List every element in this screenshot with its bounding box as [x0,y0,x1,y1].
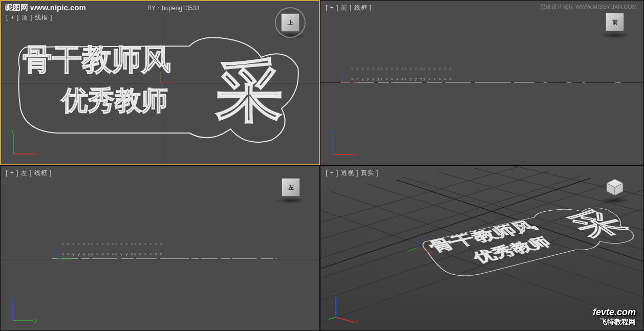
viewcube-face[interactable]: 上 [281,13,299,32]
axis-gizmo-top: x y [9,127,40,158]
world-axis-top [149,72,180,102]
viewport-label-left[interactable]: [ + ] 左 ] 线框 ] [6,169,52,178]
logo-line1: fevte.com [593,307,636,318]
viewport-label-top[interactable]: [ + ] 顶 ] 线框 ] [6,13,52,22]
bottom-logo: fevte.com 飞特教程网 [593,307,636,327]
svg-text:x: x [354,151,357,157]
spline-edges-front [341,80,633,85]
svg-line-38 [336,317,354,322]
object-markers-front-z: z z z z z zz z z z zz z z zz z z z z z [351,66,628,71]
svg-line-36 [407,248,418,253]
viewport-front[interactable]: [ + ] 前 ] 线框 ] z z z z z zz z z z zz z z… [320,0,644,165]
svg-line-35 [418,248,433,254]
forum-watermark: 思缘设计论坛 WWW.MISSYUAN.COM [540,3,637,11]
viewcube-iso-icon [605,177,625,197]
svg-text:z: z [334,294,336,298]
viewport-label-persp[interactable]: [ + ] 透视 ] 真实 ] [326,169,378,178]
scene-text-big: 采 [216,47,283,137]
viewport-top[interactable]: [ + ] 顶 ] 线框 ] 骨干教师风 采 优秀教师 x y [0,0,320,165]
svg-line-40 [329,317,336,321]
svg-text:y: y [11,128,14,134]
viewport-grid: [ + ] 顶 ] 线框 ] 骨干教师风 采 优秀教师 x y [0,0,644,331]
author-watermark: BY：hupeng13533 [147,4,199,13]
site-watermark: 昵图网 www.nipic.com [5,3,86,13]
scene-text-line1: 骨干教师风 [23,40,171,80]
viewcube-face[interactable]: 前 [606,13,624,31]
object-markers-left-z: z z z z z zz z z z zz z z zz z z z z z [62,241,277,246]
viewcube-shadow [599,32,630,38]
viewport-perspective[interactable]: [ + ] 透视 ] 真实 ] [320,165,644,331]
viewcube-face[interactable]: 左 [282,178,300,196]
viewcube-shadow [275,197,306,204]
logo-line2: 飞特教程网 [593,318,636,327]
viewcube-top[interactable]: 上 [277,9,304,36]
svg-text:z: z [331,128,333,134]
axis-gizmo-persp: x y z [329,294,359,324]
svg-text:z: z [11,294,13,300]
svg-text:x: x [35,151,37,157]
world-axis-front [331,71,361,102]
viewcube-shadow [599,197,630,204]
axis-gizmo-front: x z [329,128,359,159]
viewport-left[interactable]: [ + ] 左 ] 线框 ] z z z z z zz z z z zz z z… [0,165,320,331]
viewport-label-front[interactable]: [ + ] 前 ] 线框 ] [326,4,372,12]
axis-gizmo-left: y z [9,294,39,324]
viewcube-left[interactable]: 左 [277,174,304,201]
spline-edges-left [52,256,277,261]
svg-text:x: x [355,319,358,324]
svg-text:y: y [34,317,37,323]
viewcube-front[interactable]: 前 [602,9,628,35]
world-axis-persp [407,237,438,268]
world-axis-left [46,248,76,278]
viewcube-persp[interactable] [602,174,628,201]
